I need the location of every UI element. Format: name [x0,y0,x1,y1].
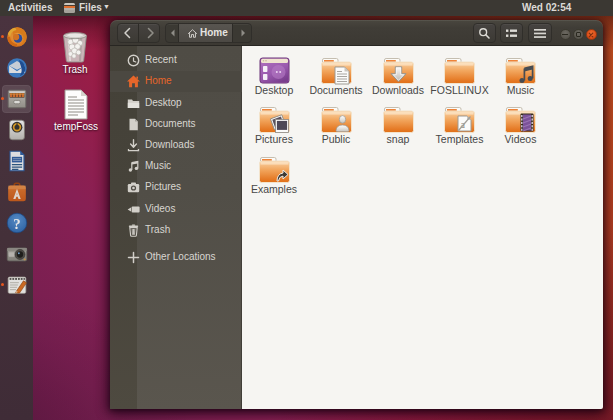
svg-text:?: ? [13,215,20,231]
